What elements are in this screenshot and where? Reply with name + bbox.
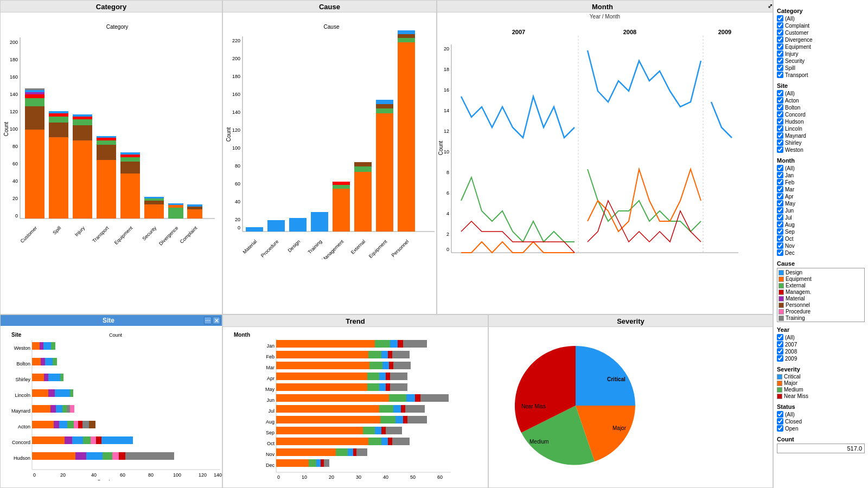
svg-text:200: 200: [232, 56, 240, 61]
filter-cause-management[interactable]: Managem.: [778, 289, 863, 295]
svg-text:100: 100: [10, 126, 18, 132]
filter-status-all[interactable]: (All): [777, 411, 865, 418]
svg-rect-237: [276, 362, 369, 369]
svg-rect-234: [388, 351, 392, 358]
filter-month-sep[interactable]: Sep: [777, 228, 865, 235]
svg-rect-293: [316, 459, 321, 467]
svg-rect-189: [32, 421, 54, 428]
filter-site-concord[interactable]: Concord: [777, 111, 865, 118]
filter-category-spill[interactable]: Spill: [777, 65, 865, 71]
svg-rect-53: [168, 205, 183, 208]
filter-month-all[interactable]: (All): [777, 165, 865, 171]
filter-status-closed[interactable]: Closed: [777, 418, 865, 425]
svg-rect-231: [276, 351, 368, 358]
svg-rect-276: [381, 427, 386, 434]
filter-category-security[interactable]: Security: [777, 57, 865, 64]
filter-category-all[interactable]: (All): [777, 15, 865, 22]
svg-text:20: 20: [12, 196, 18, 201]
filter-month-nov[interactable]: Nov: [777, 242, 865, 249]
filter-cause-external[interactable]: External: [778, 282, 863, 288]
filter-month-jun[interactable]: Jun: [777, 207, 865, 214]
filter-category-complaint[interactable]: Complaint: [777, 22, 865, 29]
filter-month-jul[interactable]: Jul: [777, 214, 865, 221]
cause-filter-list[interactable]: Design Equipment External Managem. Mater…: [777, 268, 865, 322]
svg-rect-265: [405, 405, 425, 413]
filter-site-lincoln[interactable]: Lincoln: [777, 125, 865, 132]
svg-rect-202: [91, 436, 96, 444]
svg-rect-288: [353, 448, 356, 456]
filter-month-dec[interactable]: Dec: [777, 249, 865, 256]
filter-year-2009[interactable]: 2009: [777, 355, 865, 362]
filter-cause-personnel[interactable]: Personnel: [778, 302, 863, 308]
filter-category-customer[interactable]: Customer: [777, 29, 865, 36]
cause-filter-title: Cause: [777, 260, 865, 267]
filter-category-transport[interactable]: Transport: [777, 72, 865, 78]
svg-rect-280: [368, 438, 381, 445]
svg-rect-99: [398, 34, 415, 38]
svg-rect-57: [187, 207, 202, 209]
site-panel-close[interactable]: ✕: [213, 317, 220, 324]
svg-text:200: 200: [10, 40, 18, 45]
filter-site-hudson[interactable]: Hudson: [777, 118, 865, 125]
svg-rect-76: [246, 227, 263, 232]
filter-category-divergence[interactable]: Divergence: [777, 36, 865, 43]
filter-site-bolton[interactable]: Bolton: [777, 104, 865, 111]
svg-text:4: 4: [446, 211, 449, 216]
site-panel-dots[interactable]: ⋯: [204, 317, 212, 324]
site-panel-buttons[interactable]: ⋯ ✕: [204, 317, 220, 324]
svg-rect-48: [144, 201, 164, 204]
svg-rect-204: [101, 436, 133, 444]
site-panel: Site ⋯ ✕ Site Count 0 20 40 60 80 100 12…: [0, 314, 222, 488]
filter-month-aug[interactable]: Aug: [777, 221, 865, 228]
filter-year-2008[interactable]: 2008: [777, 348, 865, 355]
svg-text:2007: 2007: [512, 29, 525, 35]
filter-year-2007[interactable]: 2007: [777, 341, 865, 348]
svg-text:Month: Month: [234, 332, 250, 338]
svg-text:Sep: Sep: [266, 430, 275, 435]
filter-year-all[interactable]: (All): [777, 334, 865, 341]
filter-severity-medium[interactable]: Medium: [777, 387, 865, 393]
filter-cause-design[interactable]: Design: [778, 269, 863, 275]
filter-cause-material[interactable]: Material: [778, 296, 863, 301]
filter-site-all[interactable]: (All): [777, 90, 865, 97]
filter-site-maynard[interactable]: Maynard: [777, 132, 865, 139]
filter-site-weston[interactable]: Weston: [777, 146, 865, 153]
svg-text:Spill: Spill: [52, 225, 62, 235]
filter-month-feb[interactable]: Feb: [777, 179, 865, 185]
filter-cause-training[interactable]: Training: [778, 315, 863, 321]
filter-month-mar[interactable]: Mar: [777, 186, 865, 192]
svg-rect-182: [32, 405, 50, 413]
filter-month-may[interactable]: May: [777, 200, 865, 207]
filter-category-equipment[interactable]: Equipment: [777, 43, 865, 50]
trend-chart: Month 0 10 20 30 40 50 60 Count Jan: [223, 327, 488, 481]
svg-text:Lincoln: Lincoln: [15, 393, 30, 398]
svg-rect-246: [386, 373, 390, 380]
svg-text:Shirley: Shirley: [15, 377, 30, 382]
filter-month-apr[interactable]: Apr: [777, 193, 865, 200]
svg-rect-30: [73, 125, 92, 140]
filter-category-injury[interactable]: Injury: [777, 50, 865, 57]
medium-color: [777, 387, 782, 393]
svg-rect-41: [120, 174, 140, 219]
filter-cause-equipment[interactable]: Equipment: [778, 276, 863, 282]
filter-month-oct[interactable]: Oct: [777, 235, 865, 242]
filter-severity-major[interactable]: Major: [777, 380, 865, 386]
filter-status-open[interactable]: Open: [777, 425, 865, 432]
filter-severity-critical[interactable]: Critical: [777, 374, 865, 380]
svg-rect-253: [390, 383, 407, 391]
filter-severity-nearmiss[interactable]: Near Miss: [777, 393, 865, 399]
filter-site-acton[interactable]: Acton: [777, 97, 865, 104]
site-panel-title: Site: [103, 317, 114, 324]
filter-site-shirley[interactable]: Shirley: [777, 139, 865, 146]
svg-text:10: 10: [444, 149, 449, 155]
filter-cause-procedure[interactable]: Procedure: [778, 309, 863, 314]
svg-text:20: 20: [60, 472, 66, 478]
svg-rect-190: [54, 421, 59, 428]
filter-month-jan[interactable]: Jan: [777, 172, 865, 178]
svg-rect-179: [55, 389, 70, 397]
svg-rect-38: [97, 138, 116, 140]
svg-text:Apr: Apr: [267, 376, 275, 381]
svg-rect-289: [356, 448, 367, 456]
svg-rect-39: [97, 136, 116, 138]
svg-rect-185: [62, 405, 67, 413]
